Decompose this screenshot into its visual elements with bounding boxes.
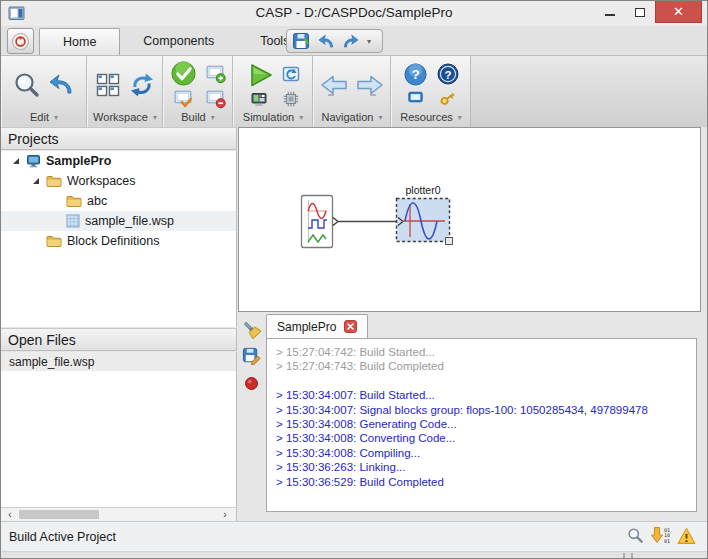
clear-console-button[interactable] bbox=[242, 319, 262, 339]
save-log-button[interactable] bbox=[242, 346, 262, 366]
tab-components[interactable]: Components bbox=[120, 28, 237, 55]
warning-icon bbox=[677, 527, 696, 545]
chevron-down-icon: ▾ bbox=[378, 113, 382, 122]
simulation-hardware-button[interactable] bbox=[281, 90, 301, 108]
open-files-panel-header: Open Files bbox=[1, 328, 237, 351]
ribbon-group-label-navigation[interactable]: Navigation▾ bbox=[314, 110, 390, 127]
build-add-button[interactable] bbox=[205, 63, 226, 84]
output-port-icon bbox=[333, 218, 338, 226]
expand-triangle-icon[interactable] bbox=[11, 156, 21, 166]
save-icon bbox=[292, 32, 310, 50]
tree-item-sample-file[interactable]: sample_file.wsp bbox=[1, 211, 236, 231]
tree-item-label: abc bbox=[87, 194, 107, 208]
ribbon-group-simulation: Simulation▾ bbox=[233, 56, 313, 127]
license-key-button[interactable] bbox=[436, 88, 460, 108]
restart-simulation-button[interactable] bbox=[281, 65, 301, 85]
tree-item-block-definitions[interactable]: Block Definitions bbox=[1, 231, 236, 251]
tree-item-workspaces[interactable]: Workspaces bbox=[1, 171, 236, 191]
qat-dropdown-button[interactable]: ▾ bbox=[367, 37, 377, 46]
chevron-down-icon: ▾ bbox=[54, 113, 58, 122]
scroll-left-button[interactable]: ‹ bbox=[3, 508, 17, 521]
stop-build-button[interactable] bbox=[205, 88, 226, 109]
record-button[interactable] bbox=[242, 373, 262, 393]
log-line: > 15:30:34:008: Converting Code... bbox=[276, 431, 687, 445]
svg-text:?: ? bbox=[444, 69, 451, 81]
run-simulation-button[interactable] bbox=[245, 61, 273, 89]
scrollbar-thumb[interactable] bbox=[19, 510, 99, 519]
splitter-grip[interactable] bbox=[623, 553, 633, 558]
refresh-workspace-button[interactable] bbox=[128, 71, 156, 99]
ribbon-group-label-simulation[interactable]: Simulation▾ bbox=[234, 110, 312, 127]
workspace-canvas[interactable]: plotter0 bbox=[238, 127, 701, 312]
app-menu-button[interactable] bbox=[7, 28, 34, 54]
log-line: > 15:30:34:007: Signal blocks group: flo… bbox=[276, 403, 687, 417]
help-button[interactable]: ? bbox=[403, 62, 428, 87]
tab-home[interactable]: Home bbox=[39, 28, 120, 55]
scroll-right-button[interactable]: › bbox=[218, 508, 232, 521]
build-project-button[interactable] bbox=[170, 60, 197, 87]
minimize-button[interactable] bbox=[595, 1, 625, 23]
play-icon bbox=[245, 61, 273, 89]
refresh-arrows-icon bbox=[128, 71, 156, 99]
app-window: CASP - D:/CASPDoc/SamplePro ✕ Home Compo… bbox=[0, 0, 708, 559]
ribbon-group-label-edit[interactable]: Edit▾ bbox=[2, 110, 86, 127]
ribbon-group-label-resources[interactable]: Resources▾ bbox=[392, 110, 470, 127]
open-file-item[interactable]: sample_file.wsp bbox=[1, 352, 236, 371]
chevron-down-icon: ▾ bbox=[211, 113, 215, 122]
resize-handle[interactable] bbox=[446, 238, 453, 245]
status-warning-button[interactable] bbox=[677, 527, 696, 545]
redo-button[interactable] bbox=[342, 32, 360, 50]
arrange-windows-button[interactable] bbox=[94, 71, 122, 99]
maximize-button[interactable] bbox=[625, 1, 655, 23]
tree-item-samplepro[interactable]: SamplePro bbox=[1, 151, 236, 171]
ribbon-group-build: Build▾ bbox=[163, 56, 233, 127]
horizontal-scrollbar[interactable]: ‹ › bbox=[1, 507, 237, 521]
close-icon: ✕ bbox=[673, 5, 684, 18]
expand-triangle-icon[interactable] bbox=[31, 176, 41, 186]
close-button[interactable]: ✕ bbox=[655, 1, 702, 23]
about-icon: ? bbox=[436, 62, 460, 86]
magnifier-icon bbox=[627, 527, 644, 544]
tree-item-label: sample_file.wsp bbox=[85, 214, 174, 228]
build-log[interactable]: > 15:27:04:742: Build Started... > 15:27… bbox=[266, 338, 697, 512]
titlebar: CASP - D:/CASPDoc/SamplePro ✕ bbox=[1, 1, 707, 26]
save-button[interactable] bbox=[292, 32, 310, 50]
ribbon: Edit▾ Workspace▾ bbox=[1, 56, 707, 128]
tree-item-abc[interactable]: abc bbox=[1, 191, 236, 211]
console-tab-bar: SamplePro bbox=[265, 313, 698, 338]
ribbon-group-label-build[interactable]: Build▾ bbox=[164, 110, 232, 127]
maximize-icon bbox=[635, 8, 645, 17]
plotter-block[interactable]: plotter0 bbox=[397, 184, 453, 245]
chevron-down-icon: ▾ bbox=[299, 113, 303, 122]
status-binary-dump-button[interactable]: 011001 bbox=[649, 526, 672, 545]
tab-close-button[interactable] bbox=[344, 320, 357, 333]
undo-button[interactable] bbox=[317, 32, 335, 50]
monitor-icon bbox=[250, 90, 268, 108]
redo-icon bbox=[342, 32, 360, 50]
status-icons: 011001 bbox=[627, 526, 696, 545]
minimize-icon bbox=[605, 14, 615, 16]
arrow-right-icon bbox=[355, 72, 385, 98]
simulation-monitor-button[interactable] bbox=[245, 90, 273, 108]
group-label-text: Workspace bbox=[93, 111, 148, 123]
folder-icon bbox=[66, 194, 82, 208]
record-icon bbox=[244, 376, 259, 391]
ribbon-empty-area bbox=[471, 56, 707, 127]
signal-source-block[interactable] bbox=[302, 196, 339, 248]
about-button[interactable]: ? bbox=[436, 62, 460, 86]
screen-add-icon bbox=[205, 63, 226, 84]
folder-icon bbox=[46, 234, 62, 248]
plotter-label: plotter0 bbox=[405, 184, 440, 196]
ribbon-group-label-workspace[interactable]: Workspace▾ bbox=[88, 110, 162, 127]
find-button[interactable] bbox=[13, 71, 41, 99]
status-zoom-button[interactable] bbox=[627, 527, 644, 544]
close-icon bbox=[344, 320, 357, 333]
console-tab-samplepro[interactable]: SamplePro bbox=[266, 314, 368, 338]
navigate-back-button[interactable] bbox=[319, 72, 349, 98]
rebuild-button[interactable] bbox=[170, 88, 197, 109]
navigate-forward-button[interactable] bbox=[355, 72, 385, 98]
remote-screen-button[interactable] bbox=[403, 88, 428, 107]
main-area: Projects SamplePro Workspaces abc bbox=[1, 127, 707, 521]
tree-item-label: SamplePro bbox=[46, 154, 111, 168]
edit-undo-button[interactable] bbox=[47, 71, 75, 99]
